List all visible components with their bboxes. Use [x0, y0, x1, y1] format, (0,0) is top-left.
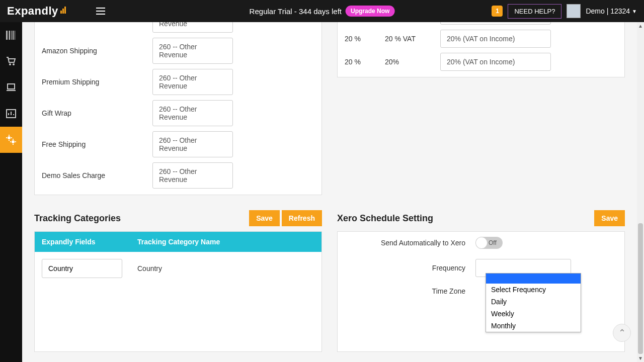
- frequency-dropdown: Select Frequency Daily Weekly Monthly: [486, 273, 581, 332]
- scroll-to-top-button[interactable]: ⌃: [613, 324, 631, 342]
- svg-point-9: [9, 63, 11, 65]
- revenue-select[interactable]: 260 -- Other Revenue: [152, 131, 233, 157]
- tracking-title: Tracking Categories: [34, 213, 121, 224]
- vat-name: 20%: [385, 58, 440, 66]
- topbar-right: 1 NEED HELP? Demo | 12324 ▼: [492, 4, 637, 19]
- vat-select[interactable]: 20% (VAT on Income): [440, 30, 551, 48]
- tracking-col-category: Tracking Category Name: [137, 238, 220, 246]
- scroll-down-icon[interactable]: ▼: [637, 355, 644, 361]
- svg-rect-5: [9, 31, 10, 40]
- frequency-option-blank[interactable]: [486, 274, 581, 284]
- svg-rect-2: [96, 14, 105, 15]
- frequency-option[interactable]: Weekly: [486, 308, 581, 320]
- timezone-label: Time Zone: [345, 287, 475, 295]
- send-auto-label: Send Automatically to Xero: [345, 239, 475, 247]
- svg-rect-6: [11, 31, 12, 40]
- tracking-table-head: Expandly Fields Tracking Category Name: [35, 232, 321, 252]
- trial-banner: Regular Trial - 344 days left Upgrade No…: [250, 6, 395, 17]
- user-menu[interactable]: Demo | 12324 ▼: [586, 7, 637, 15]
- table-row: Country: [35, 252, 321, 285]
- scroll-up-icon[interactable]: ▲: [637, 23, 644, 29]
- tracking-save-button[interactable]: Save: [249, 210, 280, 226]
- revenue-select[interactable]: 260 -- Other Revenue: [152, 69, 233, 95]
- svg-rect-3: [6, 31, 7, 40]
- revenue-select[interactable]: 260 -- Other Revenue: [152, 22, 233, 33]
- toggle-text: Off: [489, 239, 497, 246]
- notification-count: 1: [496, 8, 499, 15]
- main: 260 -- Other Revenue Amazon Shipping260 …: [22, 22, 637, 362]
- scrollbar-thumb[interactable]: [638, 223, 643, 354]
- brand-bars-icon: [60, 7, 66, 14]
- row-label: Gift Wrap: [42, 109, 152, 117]
- svg-point-10: [13, 63, 15, 65]
- send-auto-toggle[interactable]: Off: [475, 237, 503, 249]
- vat-name: 20 % VAT: [385, 35, 440, 43]
- sidebar-item-cart[interactable]: [0, 48, 22, 74]
- svg-point-14: [12, 140, 15, 143]
- schedule-save-button[interactable]: Save: [594, 210, 625, 226]
- expandly-field-input[interactable]: [42, 259, 122, 278]
- vat-pct: 20 %: [345, 58, 385, 66]
- tracking-col-fields: Expandly Fields: [42, 238, 137, 246]
- topbar: Expandly Regular Trial - 344 days left U…: [0, 0, 644, 22]
- row-label: Free Shipping: [42, 140, 152, 148]
- svg-rect-4: [8, 31, 8, 40]
- revenue-select[interactable]: 260 -- Other Revenue: [152, 100, 233, 126]
- frequency-option[interactable]: Select Frequency: [486, 284, 581, 296]
- need-help-button[interactable]: NEED HELP?: [508, 4, 561, 19]
- sidebar-item-settings[interactable]: [0, 127, 22, 153]
- brand-logo: Expandly: [7, 5, 66, 18]
- vat-pct: 20 %: [345, 35, 385, 43]
- notification-badge[interactable]: 1: [492, 6, 503, 17]
- sidebar-item-reports[interactable]: [0, 101, 22, 127]
- svg-rect-0: [96, 8, 105, 9]
- sidebar-item-barcode[interactable]: [0, 22, 22, 48]
- frequency-option[interactable]: Daily: [486, 296, 581, 308]
- trial-text: Regular Trial - 344 days left: [250, 7, 342, 16]
- row-label: Demo Sales Charge: [42, 171, 152, 179]
- svg-rect-8: [15, 31, 15, 40]
- tracking-refresh-button[interactable]: Refresh: [282, 210, 322, 226]
- upgrade-button[interactable]: Upgrade Now: [346, 6, 394, 17]
- vat-mapping-panel: 20% (VAT on Income) 20 %20 % VAT20% (VAT…: [337, 22, 625, 77]
- avatar[interactable]: [567, 4, 581, 18]
- frequency-option[interactable]: Monthly: [486, 320, 581, 332]
- sidebar: [0, 22, 22, 362]
- brand-text: Expandly: [7, 5, 58, 18]
- tracking-category-value: Country: [137, 264, 162, 273]
- revenue-mapping-panel: 260 -- Other Revenue Amazon Shipping260 …: [34, 22, 322, 195]
- scrollbar[interactable]: ▲ ▼: [637, 22, 644, 362]
- svg-rect-7: [13, 31, 14, 40]
- svg-rect-1: [96, 11, 105, 12]
- tracking-panel: Expandly Fields Tracking Category Name C…: [34, 231, 322, 352]
- schedule-title: Xero Schedule Setting: [337, 213, 433, 224]
- frequency-label: Frequency: [345, 264, 475, 272]
- svg-rect-11: [8, 84, 15, 89]
- chevron-down-icon: ▼: [632, 9, 637, 14]
- revenue-select[interactable]: 260 -- Other Revenue: [152, 162, 233, 189]
- schedule-panel: Send Automatically to Xero Off Frequency…: [337, 231, 625, 352]
- vat-select[interactable]: 20% (VAT on Income): [440, 22, 551, 25]
- sidebar-item-laptop[interactable]: [0, 74, 22, 101]
- revenue-select[interactable]: 260 -- Other Revenue: [152, 38, 233, 64]
- svg-point-13: [8, 136, 11, 139]
- user-label-text: Demo | 12324: [586, 7, 630, 15]
- vat-select[interactable]: 20% (VAT on Income): [440, 53, 551, 71]
- row-label: Premium Shipping: [42, 78, 152, 86]
- menu-toggle-icon[interactable]: [96, 8, 105, 15]
- row-label: Amazon Shipping: [42, 47, 152, 55]
